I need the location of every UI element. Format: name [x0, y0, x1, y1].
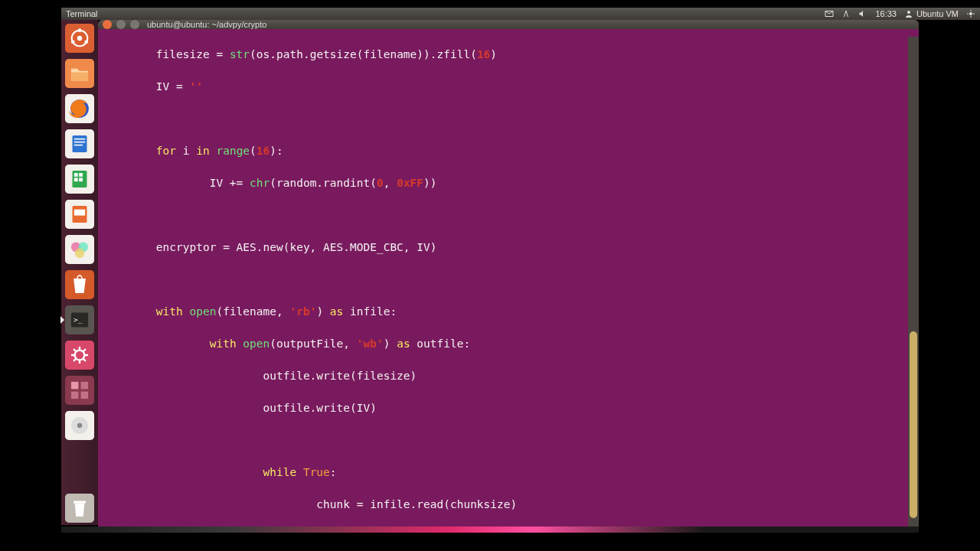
svg-point-0 [907, 11, 910, 14]
bottom-progress-bar [61, 527, 919, 533]
svg-rect-15 [74, 142, 85, 143]
svg-point-29 [75, 248, 85, 258]
svg-rect-21 [74, 178, 78, 181]
svg-rect-16 [74, 145, 83, 146]
svg-rect-37 [71, 382, 79, 390]
terminal-content[interactable]: filesize = str(os.path.getsize(filename)… [98, 29, 919, 528]
svg-point-6 [84, 40, 88, 44]
network-icon[interactable] [841, 9, 851, 18]
clock[interactable]: 16:33 [875, 9, 897, 18]
power-icon[interactable] [966, 9, 975, 18]
window-titlebar[interactable]: ubuntu@ubuntu: ~/advpy/crypto [98, 20, 919, 29]
svg-rect-40 [81, 392, 89, 399]
terminal-window: ubuntu@ubuntu: ~/advpy/crypto filesize =… [98, 20, 919, 528]
active-app-title: Terminal [66, 9, 98, 18]
user-menu[interactable]: Ubuntu VM [904, 9, 959, 18]
svg-rect-36 [65, 376, 94, 405]
maximize-icon[interactable] [130, 20, 139, 29]
launcher: >_ [61, 20, 98, 525]
terminal-icon[interactable]: >_ [63, 303, 96, 337]
colors-icon[interactable] [63, 233, 96, 266]
svg-point-43 [77, 423, 82, 428]
dash-home-icon[interactable] [63, 21, 96, 55]
close-icon[interactable] [103, 20, 112, 29]
svg-point-5 [78, 28, 82, 32]
software-center-icon[interactable] [63, 268, 96, 302]
svg-rect-9 [71, 72, 88, 80]
svg-point-4 [77, 36, 82, 41]
scrollbar[interactable] [908, 37, 919, 528]
workspace-icon[interactable] [63, 373, 96, 407]
impress-icon[interactable] [63, 197, 96, 231]
svg-rect-13 [73, 135, 87, 152]
window-title: ubuntu@ubuntu: ~/advpy/crypto [147, 20, 266, 29]
svg-rect-25 [74, 210, 85, 216]
svg-point-1 [969, 12, 972, 15]
writer-icon[interactable] [63, 127, 96, 161]
svg-rect-22 [79, 178, 83, 181]
svg-rect-45 [74, 501, 86, 504]
svg-rect-38 [81, 382, 89, 390]
firefox-icon[interactable] [63, 92, 96, 126]
svg-rect-39 [71, 392, 79, 399]
trash-icon[interactable] [63, 491, 96, 525]
user-label: Ubuntu VM [916, 9, 959, 18]
files-icon[interactable] [63, 57, 96, 90]
svg-point-7 [71, 40, 75, 44]
top-panel: Terminal 16:33 Ubuntu VM [61, 8, 980, 20]
svg-rect-14 [74, 139, 85, 140]
mail-icon[interactable] [825, 9, 834, 18]
svg-rect-34 [65, 341, 94, 370]
sound-icon[interactable] [858, 9, 867, 18]
calc-icon[interactable] [63, 162, 96, 196]
minimize-icon[interactable] [116, 20, 126, 29]
svg-rect-19 [74, 173, 78, 177]
settings-icon[interactable] [63, 338, 96, 372]
scrollbar-thumb[interactable] [910, 331, 917, 518]
media-icon[interactable] [63, 409, 96, 442]
svg-text:>_: >_ [74, 315, 83, 324]
svg-rect-20 [79, 173, 83, 177]
